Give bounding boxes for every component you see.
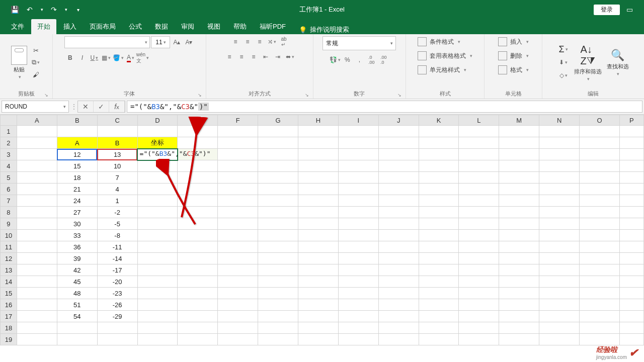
cell[interactable] [137, 299, 178, 311]
cell[interactable] [459, 137, 499, 149]
cell[interactable] [419, 334, 459, 345]
cell[interactable] [378, 230, 419, 241]
cell[interactable] [258, 334, 298, 345]
cell[interactable] [17, 253, 57, 264]
cell[interactable] [338, 126, 378, 137]
cell[interactable] [178, 207, 218, 218]
cell[interactable] [459, 149, 499, 160]
cell[interactable] [218, 276, 258, 288]
row-header-12[interactable]: 12 [1, 253, 17, 264]
cell[interactable] [580, 322, 620, 334]
cell[interactable] [580, 253, 620, 264]
cell[interactable] [539, 184, 580, 195]
cell[interactable] [378, 299, 419, 311]
cell[interactable]: -8 [97, 230, 137, 241]
cell[interactable] [539, 195, 580, 207]
cell[interactable] [17, 195, 57, 207]
cell[interactable] [218, 264, 258, 276]
cell[interactable] [298, 334, 339, 345]
cell[interactable] [419, 311, 459, 322]
cell[interactable] [298, 253, 339, 264]
cell[interactable]: 15 [57, 160, 97, 172]
cell[interactable] [17, 149, 57, 160]
cell[interactable]: 30 [57, 218, 97, 230]
decrease-font-icon[interactable]: A▾ [183, 37, 194, 48]
cell[interactable] [580, 230, 620, 241]
accept-formula-icon[interactable]: ✓ [94, 101, 109, 112]
col-header-M[interactable]: M [499, 115, 539, 126]
tab-review[interactable]: 审阅 [175, 19, 200, 34]
cell[interactable] [378, 126, 419, 137]
cell[interactable] [499, 288, 539, 299]
cell[interactable] [419, 288, 459, 299]
cell[interactable]: 27 [57, 207, 97, 218]
cell[interactable] [459, 195, 499, 207]
col-header-H[interactable]: H [298, 115, 339, 126]
cell[interactable] [419, 195, 459, 207]
cell[interactable]: 4 [97, 184, 137, 195]
cell[interactable] [17, 207, 57, 218]
row-header-16[interactable]: 16 [1, 299, 17, 311]
cell[interactable] [580, 149, 620, 160]
cell[interactable] [378, 253, 419, 264]
cell[interactable] [258, 241, 298, 253]
cell[interactable] [619, 230, 643, 241]
formula-input[interactable]: ="("&B3&","&C3&")" [127, 101, 642, 113]
cell[interactable] [338, 184, 378, 195]
redo-icon[interactable]: ↷ [48, 4, 59, 15]
decrease-decimal-icon[interactable]: .00.0 [378, 54, 389, 65]
cell[interactable]: 坐标 [137, 137, 178, 149]
cell[interactable] [17, 334, 57, 345]
align-center-icon[interactable]: ≡ [236, 51, 247, 62]
align-left-icon[interactable]: ≡ [224, 51, 235, 62]
cell[interactable] [619, 241, 643, 253]
cell[interactable] [17, 311, 57, 322]
wrap-text-icon[interactable]: ab↵ [278, 36, 289, 47]
cell[interactable] [218, 137, 258, 149]
col-header-N[interactable]: N [539, 115, 580, 126]
insert-function-icon[interactable]: fx [109, 101, 125, 112]
cell[interactable] [580, 195, 620, 207]
cell[interactable] [97, 126, 137, 137]
cell[interactable] [499, 184, 539, 195]
cell[interactable] [580, 184, 620, 195]
insert-cells-button[interactable]: 插入▾ [497, 36, 530, 47]
cell[interactable] [258, 230, 298, 241]
cell[interactable] [258, 137, 298, 149]
cell[interactable] [298, 241, 339, 253]
cell[interactable] [619, 207, 643, 218]
row-header-8[interactable]: 8 [1, 207, 17, 218]
cell[interactable] [178, 264, 218, 276]
cell[interactable] [619, 195, 643, 207]
cell[interactable] [178, 172, 218, 184]
cell[interactable]: -14 [97, 253, 137, 264]
cell[interactable]: 21 [57, 184, 97, 195]
cell[interactable] [419, 137, 459, 149]
cell[interactable] [178, 195, 218, 207]
find-select-button[interactable]: 🔍 查找和选▾ [607, 49, 629, 76]
cell[interactable] [258, 299, 298, 311]
format-table-button[interactable]: 套用表格格式▾ [417, 50, 473, 61]
row-header-11[interactable]: 11 [1, 241, 17, 253]
cell[interactable] [17, 241, 57, 253]
cell[interactable] [459, 184, 499, 195]
align-dialog-icon[interactable]: ↘ [305, 93, 309, 98]
cell[interactable] [499, 322, 539, 334]
cell[interactable] [17, 299, 57, 311]
cell[interactable] [499, 172, 539, 184]
cell[interactable] [580, 172, 620, 184]
cell[interactable] [419, 322, 459, 334]
cell[interactable] [218, 311, 258, 322]
cell[interactable] [619, 288, 643, 299]
cell[interactable] [17, 126, 57, 137]
cell[interactable] [137, 288, 178, 299]
cell[interactable]: -5 [97, 218, 137, 230]
cell[interactable] [137, 264, 178, 276]
cell[interactable] [17, 184, 57, 195]
cell[interactable] [419, 241, 459, 253]
cell[interactable] [17, 137, 57, 149]
cell[interactable] [378, 276, 419, 288]
cell[interactable] [137, 276, 178, 288]
cell[interactable] [178, 334, 218, 345]
underline-button[interactable]: U▾ [89, 52, 100, 63]
